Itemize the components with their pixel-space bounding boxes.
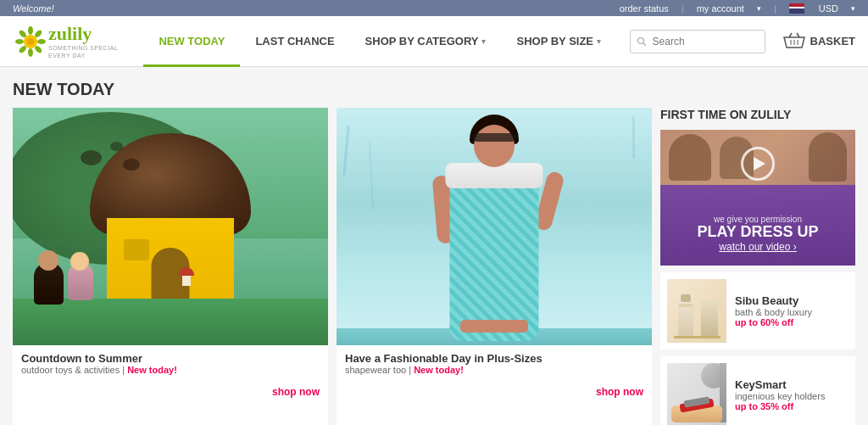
sibu-desc: bath & body luxury	[735, 307, 849, 317]
new-today-badge-tent: New today!	[127, 365, 177, 375]
svg-point-5	[28, 48, 33, 57]
svg-line-12	[643, 42, 646, 46]
product-subtitle-fashion: shapewear too | New today!	[345, 365, 643, 375]
svg-point-7	[15, 39, 24, 44]
shop-now-fashion[interactable]: shop now	[596, 386, 643, 398]
keysmart-brand: KeySmart	[735, 378, 849, 391]
keysmart-card-info: KeySmart ingenious key holders up to 35%…	[735, 378, 849, 411]
svg-point-1	[28, 26, 33, 35]
product-image-tent	[13, 108, 328, 345]
keysmart-discount: up to 35% off	[735, 401, 849, 411]
tent-scene	[13, 108, 328, 345]
play-triangle-icon	[754, 157, 765, 171]
main-grid: Countdown to Summer outdoor toys & activ…	[0, 108, 868, 425]
products-area: Countdown to Summer outdoor toys & activ…	[13, 108, 652, 425]
product-card-tent[interactable]: Countdown to Summer outdoor toys & activ…	[13, 108, 328, 425]
product-bottom-fashion: shop now	[337, 382, 652, 405]
product-title-fashion: Have a Fashionable Day in Plus-Sizes	[345, 352, 643, 365]
video-permission-text: we give you permission	[660, 215, 855, 224]
keysmart-desc: ingenious key holders	[735, 391, 849, 401]
product-card-fashion[interactable]: Have a Fashionable Day in Plus-Sizes sha…	[337, 108, 652, 425]
nav-links: NEW TODAY LAST CHANCE SHOP BY CATEGORY ▾…	[143, 16, 629, 67]
basket-icon	[782, 32, 806, 51]
sidebar-deal-keysmart[interactable]: KeySmart ingenious key holders up to 35%…	[660, 356, 855, 425]
top-bar: Welcome! order status | my account ▾ | U…	[0, 0, 868, 16]
chevron-down-icon3: ▾	[481, 37, 486, 46]
fashion-scene	[337, 108, 652, 345]
chevron-down-icon2: ▾	[851, 4, 855, 13]
basket-button[interactable]: BASKET	[782, 32, 855, 51]
sibu-brand: Sibu Beauty	[735, 294, 849, 307]
product-image-fashion	[337, 108, 652, 345]
separator: |	[682, 3, 684, 14]
product-info-tent: Countdown to Summer outdoor toys & activ…	[13, 345, 328, 382]
keysmart-img	[667, 363, 726, 425]
shop-now-tent[interactable]: shop now	[272, 386, 320, 398]
sidebar-deal-sibu[interactable]: Sibu Beauty bath & body luxury up to 60%…	[660, 272, 855, 350]
nav-shop-by-size[interactable]: SHOP BY SIZE ▾	[501, 16, 616, 67]
keysmart-product-image	[667, 363, 726, 425]
sidebar-title: FIRST TIME ON ZULILY	[660, 108, 855, 130]
order-status-link[interactable]: order status	[620, 3, 669, 14]
svg-point-11	[637, 37, 643, 43]
chevron-down-icon: ▾	[757, 4, 761, 13]
product-subtitle-tent: outdoor toys & activities | New today!	[21, 365, 320, 375]
play-button[interactable]	[741, 147, 775, 181]
search-wrapper	[630, 30, 765, 53]
product-title-tent: Countdown to Summer	[21, 352, 320, 365]
welcome-text: Welcome!	[13, 3, 54, 14]
svg-point-10	[27, 38, 34, 45]
zulily-logo-icon	[13, 24, 48, 59]
logo-tagline: SOMETHING SPECIAL EVERY DAY	[48, 45, 118, 59]
sibu-img	[667, 279, 726, 343]
sibu-card-info: Sibu Beauty bath & body luxury up to 60%…	[735, 294, 849, 327]
svg-point-3	[37, 39, 46, 44]
flag-icon	[789, 3, 806, 14]
sibu-product-image	[667, 279, 726, 343]
basket-label: BASKET	[810, 35, 855, 48]
sibu-discount: up to 60% off	[735, 317, 849, 327]
product-info-fashion: Have a Fashionable Day in Plus-Sizes sha…	[337, 345, 652, 382]
separator2: |	[774, 3, 776, 14]
video-text: we give you permission PLAY DRESS UP wat…	[660, 215, 855, 253]
my-account-link[interactable]: my account	[697, 3, 744, 14]
nav-shop-by-category[interactable]: SHOP BY CATEGORY ▾	[350, 16, 502, 67]
sidebar: FIRST TIME ON ZULILY we give you permiss…	[660, 108, 855, 425]
section-title: NEW TODAY	[0, 67, 868, 108]
arrow-icon: ›	[793, 241, 797, 253]
product-bottom-tent: shop now	[13, 382, 328, 405]
chevron-down-icon4: ▾	[597, 37, 601, 46]
video-watch-link[interactable]: watch our video ›	[660, 241, 855, 253]
video-headline: PLAY DRESS UP	[660, 224, 855, 241]
logo-text: zulily	[48, 23, 118, 45]
nav-last-chance[interactable]: LAST CHANCE	[240, 16, 349, 67]
nav-new-today[interactable]: NEW TODAY	[143, 16, 240, 67]
content-area: NEW TODAY	[0, 67, 868, 425]
new-today-badge-fashion: New today!	[414, 365, 464, 375]
video-promo[interactable]: we give you permission PLAY DRESS UP wat…	[660, 130, 855, 266]
search-input[interactable]	[630, 30, 765, 53]
search-area: BASKET	[630, 30, 855, 53]
search-icon	[637, 36, 647, 47]
top-bar-right: order status | my account ▾ | USD ▾	[620, 3, 855, 14]
currency-label[interactable]: USD	[819, 3, 838, 14]
nav-bar: zulily SOMETHING SPECIAL EVERY DAY NEW T…	[0, 16, 868, 67]
logo[interactable]: zulily SOMETHING SPECIAL EVERY DAY	[13, 23, 118, 59]
